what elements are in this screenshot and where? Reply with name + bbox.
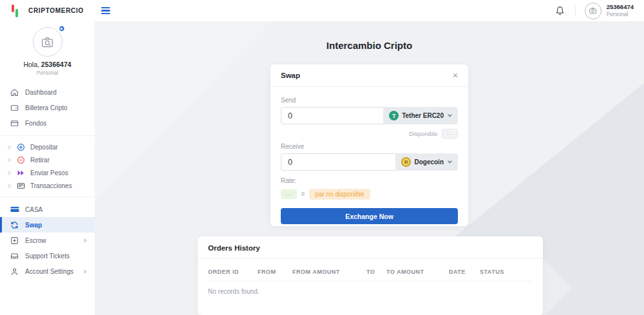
sidebar-nav: Dashboard Billetera Cripto Fondos Deposi… [0, 84, 95, 279]
bullet-icon [8, 146, 11, 149]
rate-value-badge: ... [281, 189, 297, 199]
withdraw-icon [16, 155, 26, 165]
notifications-bell-icon[interactable] [554, 5, 566, 17]
exchange-now-button[interactable]: Exchange Now [281, 208, 458, 224]
sidebar-item-support-tickets[interactable]: Support Tickets [0, 248, 95, 263]
funds-card-icon [10, 119, 19, 128]
caret-down-icon [448, 160, 452, 164]
transactions-icon [16, 181, 26, 191]
rate-row: ... = par no disponible [281, 189, 458, 200]
user-avatar [585, 3, 601, 19]
receive-currency-select[interactable]: Ð Dogecoin [395, 153, 458, 171]
send-pesos-icon [16, 168, 26, 178]
column-status: STATUS [480, 269, 504, 275]
page-title: Intercambio Cripto [95, 40, 644, 51]
wallet-icon [10, 103, 19, 113]
sidebar-item-enviar-pesos[interactable]: Enviar Pesos [0, 166, 95, 179]
sidebar-item-label: Dashboard [25, 89, 57, 96]
brand-name: CRIPTOMERCIO [28, 7, 84, 14]
sidebar-item-label: CASA [25, 206, 43, 213]
sidebar-item-billetera-cripto[interactable]: Billetera Cripto [0, 100, 95, 115]
sidebar-item-label: Escrow [25, 237, 46, 244]
bullet-icon [8, 158, 11, 162]
receive-currency-label: Dogecoin [414, 158, 444, 166]
available-label: Disponible [409, 130, 437, 137]
bullet-icon [8, 184, 11, 187]
equals-sign: = [301, 191, 305, 198]
profile-settings-gear-icon[interactable] [58, 25, 65, 32]
top-header: CRIPTOMERCIO 25366474 Personal [0, 0, 644, 21]
orders-table-header: ORDER ID FROM FROM AMOUNT TO TO AMOUNT D… [208, 259, 533, 282]
column-from-amount: FROM AMOUNT [292, 269, 366, 275]
home-icon [10, 88, 19, 97]
header-user-type: Personal [607, 11, 634, 18]
available-value-badge[interactable]: ... [442, 129, 458, 138]
user-meta: 25366474 Personal [607, 3, 634, 18]
sidebar-item-swap[interactable]: Swap [0, 217, 95, 233]
profile-avatar[interactable] [33, 27, 62, 57]
menu-toggle-icon[interactable] [99, 5, 112, 17]
header-right: 25366474 Personal [554, 3, 644, 19]
chevron-right-icon: › [84, 267, 86, 275]
sidebar-user-type: Personal [0, 70, 95, 76]
brand-logo-icon [12, 5, 20, 17]
swap-card-header: Swap × [270, 64, 468, 87]
sidebar-item-fondos[interactable]: Fondos [0, 115, 95, 131]
nav-divider [0, 135, 95, 136]
empty-state-message: No records found. [208, 282, 533, 301]
sidebar-item-casa[interactable]: CASA [0, 202, 95, 217]
sidebar-item-dashboard[interactable]: Dashboard [0, 84, 95, 100]
caret-down-icon [448, 114, 452, 117]
sidebar-item-label: Support Tickets [25, 253, 70, 260]
sidebar-item-label: Depositar [30, 144, 58, 151]
sidebar-item-escrow[interactable]: Escrow › [0, 233, 95, 248]
column-to: TO [366, 269, 386, 275]
orders-history-title: Orders History [198, 236, 543, 259]
tether-icon: T [389, 111, 399, 120]
sidebar-item-label: Retirar [30, 157, 50, 164]
sidebar-item-depositar[interactable]: Depositar [0, 140, 95, 153]
sidebar-item-label: Enviar Pesos [30, 169, 68, 177]
receive-amount-input[interactable] [281, 153, 395, 171]
dogecoin-icon: Ð [401, 157, 411, 167]
send-currency-select[interactable]: T Tether ERC20 [383, 107, 458, 124]
swap-card-title: Swap [281, 72, 300, 79]
column-order-id: ORDER ID [208, 269, 258, 275]
sidebar-item-transacciones[interactable]: Transacciones [0, 179, 95, 192]
sidebar-item-label: Account Settings [25, 268, 73, 275]
rate-status-badge: par no disponible [309, 189, 370, 200]
profile-block: Hola, 25366474 Personal [0, 21, 95, 76]
bullet-icon [8, 171, 11, 175]
receive-row: Ð Dogecoin [281, 153, 458, 171]
nav-divider [0, 196, 95, 197]
rate-label: Rate: [281, 177, 458, 184]
sidebar-item-account-settings[interactable]: Account Settings › [0, 263, 95, 279]
orders-table: ORDER ID FROM FROM AMOUNT TO TO AMOUNT D… [198, 259, 543, 301]
sidebar-item-label: Swap [25, 222, 42, 229]
header-user-id: 25366474 [607, 3, 634, 11]
header-divider [575, 5, 576, 17]
sidebar-item-retirar[interactable]: Retirar [0, 153, 95, 166]
available-row: Disponible ... [281, 129, 458, 138]
close-icon[interactable]: × [453, 71, 458, 80]
deposit-icon [16, 142, 26, 152]
sidebar-item-label: Billetera Cripto [25, 104, 68, 111]
support-inbox-icon [10, 251, 19, 261]
account-person-icon [10, 267, 19, 276]
greeting-text: Hola, 25366474 [0, 61, 95, 68]
swap-card: Swap × Send T Tether ERC20 Disponible ..… [270, 64, 468, 226]
swap-sync-icon [10, 220, 19, 230]
send-amount-input[interactable] [281, 107, 383, 124]
column-from: FROM [258, 269, 292, 275]
sidebar-user-id: 25366474 [41, 61, 71, 68]
sidebar: Hola, 25366474 Personal Dashboard Billet… [0, 21, 95, 315]
casa-card-icon [10, 205, 19, 215]
send-label: Send [281, 97, 458, 104]
chevron-right-icon: › [84, 236, 86, 244]
orders-history-card: Orders History ORDER ID FROM FROM AMOUNT… [198, 236, 543, 315]
column-to-amount: TO AMOUNT [386, 269, 449, 275]
send-row: T Tether ERC20 [281, 107, 458, 124]
escrow-plus-square-icon [10, 236, 19, 245]
user-menu[interactable]: 25366474 Personal [585, 3, 634, 19]
swap-card-body: Send T Tether ERC20 Disponible ... Recei… [270, 87, 468, 233]
